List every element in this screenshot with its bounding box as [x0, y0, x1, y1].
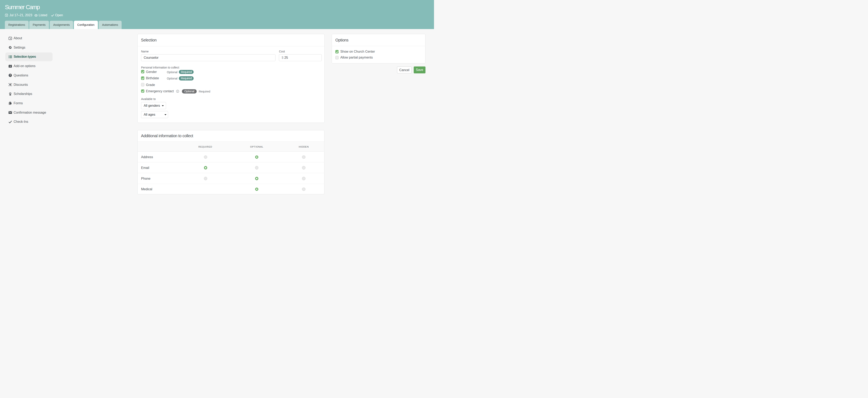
svg-text:?: ? [9, 74, 11, 77]
svg-text:1: 1 [10, 84, 11, 86]
